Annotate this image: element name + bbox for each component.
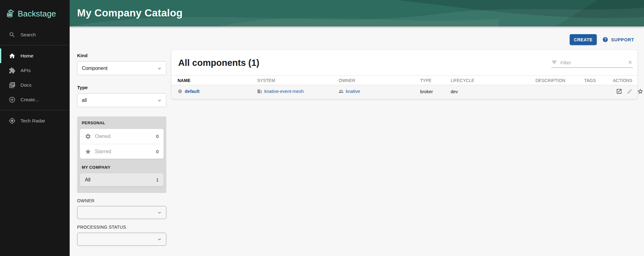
sidebar-item-label: Home [21, 53, 33, 59]
support-label: SUPPORT [611, 37, 634, 42]
owner-filter-label: OWNER [77, 198, 95, 203]
components-table: NAME SYSTEM OWNER TYPE LIFECYCLE DESCRIP… [171, 75, 637, 98]
column-header-type[interactable]: TYPE [420, 76, 451, 85]
owner-select[interactable] [77, 206, 166, 219]
chevron-down-icon [157, 66, 162, 71]
support-button[interactable]: SUPPORT [602, 34, 634, 45]
logo-text: Backstage [18, 9, 56, 19]
tags-cell [584, 85, 613, 98]
sidebar-item-tech-radar[interactable]: Tech Radar [0, 113, 70, 128]
personal-section-title: PERSONAL [80, 121, 164, 125]
type-cell: broker [420, 85, 451, 98]
table-filter [551, 58, 633, 68]
sidebar-item-docs[interactable]: Docs [0, 78, 70, 92]
filter-starred[interactable]: Starred 0 [80, 144, 164, 159]
clear-filter-icon[interactable] [628, 60, 633, 66]
table-header-row: NAME SYSTEM OWNER TYPE LIFECYCLE DESCRIP… [171, 76, 637, 85]
owned-count: 0 [156, 134, 159, 139]
component-kind-icon [178, 89, 183, 95]
docs-icon [9, 82, 16, 89]
sidebar-item-apis[interactable]: APIs [0, 63, 70, 78]
sidebar-item-home[interactable]: Home [0, 48, 70, 63]
starred-count: 0 [156, 149, 159, 154]
column-header-system[interactable]: SYSTEM [257, 76, 339, 85]
star-outline-icon[interactable] [637, 88, 643, 95]
company-section-title: MY COMPANY [80, 165, 164, 170]
edit-icon[interactable] [627, 88, 633, 95]
sidebar-item-label: APIs [21, 68, 31, 73]
add-circle-icon [9, 96, 16, 103]
filter-all[interactable]: All 1 [80, 173, 164, 186]
all-label: All [85, 177, 156, 183]
column-header-name[interactable]: NAME [171, 76, 257, 85]
type-select-value: all [82, 98, 87, 103]
starred-label: Starred [95, 149, 156, 154]
processing-status-select[interactable] [77, 233, 166, 246]
sidebar-item-label: Search [21, 32, 36, 38]
sidebar: Backstage Search Home APIs Docs Create..… [0, 0, 70, 256]
sidebar-item-label: Create... [21, 97, 39, 103]
system-link[interactable]: knative-event-mesh [264, 89, 304, 94]
filter-owned[interactable]: Owned 0 [80, 129, 164, 144]
filter-list-icon [551, 59, 557, 66]
column-header-owner[interactable]: OWNER [339, 76, 420, 85]
table-title: All components (1) [178, 58, 259, 68]
personal-filter-group: Owned 0 Starred 0 [80, 129, 164, 159]
column-header-tags[interactable]: TAGS [584, 76, 613, 85]
help-icon [602, 37, 608, 43]
create-button[interactable]: CREATE [570, 34, 597, 45]
kind-select[interactable]: Component [77, 61, 166, 75]
table-row: default knative-event-mesh knative broke… [171, 85, 637, 98]
entity-link[interactable]: default [185, 89, 200, 94]
puzzle-icon [9, 67, 16, 74]
chevron-down-icon [157, 210, 162, 215]
column-header-actions: ACTIONS [613, 76, 637, 85]
sidebar-divider [0, 45, 70, 45]
column-header-lifecycle[interactable]: LIFECYCLE [451, 76, 535, 85]
sidebar-item-label: Docs [21, 82, 31, 88]
owner-link[interactable]: knative [346, 89, 360, 94]
table-filter-input[interactable] [560, 60, 628, 66]
page-header: My Company Catalog [70, 0, 644, 26]
type-label: Type [77, 85, 88, 90]
owned-label: Owned [95, 134, 156, 139]
all-count: 1 [156, 177, 159, 182]
components-table-card: All components (1) NAME SYSTEM OWNER [171, 50, 637, 99]
backstage-logo-icon [6, 9, 15, 19]
star-icon [85, 149, 91, 155]
sidebar-item-label: Tech Radar [21, 118, 45, 124]
type-select[interactable]: all [77, 93, 166, 107]
sidebar-item-create[interactable]: Create... [0, 92, 70, 107]
kind-label: Kind [77, 53, 87, 58]
main-content: CREATE SUPPORT Kind Component Type all P… [70, 26, 644, 256]
backstage-logo[interactable]: Backstage [0, 0, 70, 27]
description-cell [535, 85, 584, 98]
column-header-description[interactable]: DESCRIPTION [535, 76, 584, 85]
sidebar-item-search[interactable]: Search [0, 27, 70, 42]
home-icon [9, 53, 16, 59]
quick-filters-card: PERSONAL Owned 0 Starred 0 MY COM [77, 117, 166, 193]
search-icon [9, 31, 16, 38]
company-filter-group: All 1 [80, 173, 164, 186]
group-icon [339, 89, 344, 95]
page-title: My Company Catalog [77, 7, 183, 19]
lifecycle-cell: dev [451, 85, 535, 98]
processing-status-label: PROCESSING STATUS [77, 225, 126, 230]
sidebar-divider [0, 110, 70, 110]
kind-select-value: Component [82, 66, 108, 71]
system-icon [257, 89, 262, 95]
radar-icon [9, 117, 16, 124]
chevron-down-icon [157, 236, 162, 242]
open-in-new-icon[interactable] [616, 88, 622, 95]
chevron-down-icon [157, 98, 162, 103]
gear-icon [85, 133, 91, 139]
